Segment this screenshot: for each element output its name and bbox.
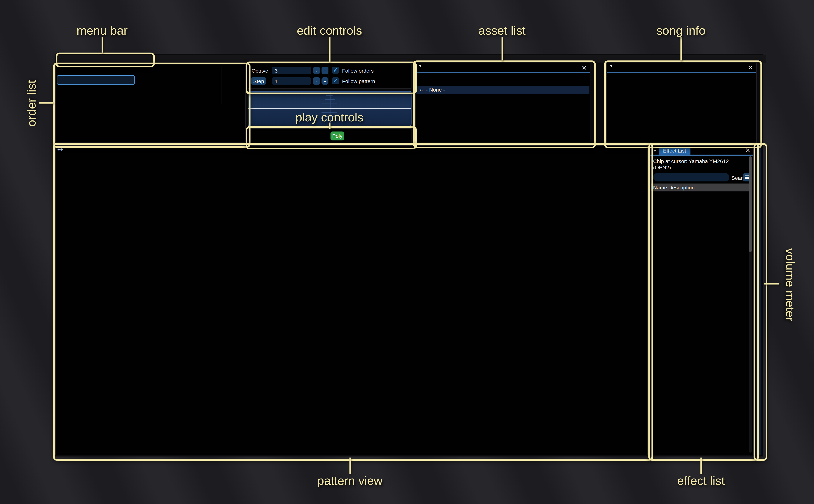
annotation-line-edit-controls — [329, 37, 330, 62]
annotation-pattern-view: pattern view — [317, 474, 382, 488]
effect-list-tabbar: ▼ Effect List — [651, 147, 691, 155]
song-info-tabbar: ▼ — [607, 64, 615, 68]
window-menu-icon[interactable]: ▼ — [653, 149, 657, 153]
annotation-effect-list: effect list — [677, 474, 725, 488]
annotation-song-info: song info — [656, 24, 706, 38]
screenshot-root: Octave 3 - + Step 1 - + ✓ Follow orders … — [0, 0, 814, 504]
pattern-corner-expand[interactable]: ++ — [57, 147, 63, 152]
asset-list-tabbar: ▼ — [416, 64, 424, 68]
scrollbar-thumb[interactable] — [749, 156, 752, 252]
annotation-edit-controls: edit controls — [297, 24, 362, 38]
octave-decrease-button[interactable]: - — [313, 67, 320, 74]
window-menu-icon[interactable]: ▼ — [609, 64, 613, 68]
order-list-selected-row[interactable] — [57, 75, 135, 84]
asset-list-item[interactable]: ○ - None - — [416, 86, 589, 94]
tab-effect-list[interactable]: Effect List — [659, 147, 690, 155]
effect-header-desc: Description — [668, 185, 695, 190]
annotation-line-menu-bar — [101, 37, 103, 53]
chip-at-cursor-line1: Chip at cursor: Yamaha YM2612 — [653, 158, 729, 164]
effect-table-header[interactable]: Name Description — [651, 183, 750, 191]
effect-list-scrollbar[interactable] — [749, 156, 752, 453]
annotation-line-pattern-view — [349, 458, 351, 474]
annotation-line-order-list — [39, 102, 53, 104]
annotation-menu-bar: menu bar — [76, 24, 128, 38]
annotation-volume-meter: volume meter — [783, 245, 797, 325]
edit-controls-window: Octave 3 - + Step 1 - + ✓ Follow orders … — [248, 64, 412, 89]
pattern-view-window: ++ — [55, 145, 648, 455]
play-controls-window: Poly — [248, 128, 412, 144]
asset-list-window: ▼ ✕ ○ - None - — [415, 63, 591, 143]
effect-search-input[interactable] — [653, 173, 729, 181]
oscilloscope-waveform — [248, 108, 411, 109]
tabbar-line — [607, 72, 756, 73]
edit-controls-divider — [328, 66, 328, 87]
asset-item-label: - None - — [426, 87, 445, 92]
step-input[interactable]: 1 — [272, 77, 311, 85]
tabbar-line — [416, 72, 590, 73]
step-decrease-button[interactable]: - — [313, 77, 320, 85]
effect-list-window: ▼ Effect List ✕ Chip at cursor: Yamaha Y… — [650, 145, 754, 455]
octave-input[interactable]: 3 — [272, 67, 311, 74]
annotation-asset-list: asset list — [479, 24, 526, 38]
follow-pattern-label: Follow pattern — [342, 78, 375, 84]
annotation-order-list: order list — [25, 76, 39, 131]
follow-orders-checkbox[interactable]: ✓ — [332, 67, 339, 74]
poly-button[interactable]: Poly — [330, 132, 344, 141]
octave-label: Octave — [252, 68, 268, 74]
annotation-line-asset-list — [502, 37, 503, 61]
close-icon[interactable]: ✕ — [745, 148, 750, 153]
step-increase-button[interactable]: + — [321, 77, 328, 85]
follow-pattern-checkbox[interactable]: ✓ — [332, 77, 339, 84]
chip-at-cursor-line2: (OPN2) — [653, 165, 671, 170]
check-icon: ✓ — [333, 67, 338, 74]
radio-icon: ○ — [420, 87, 423, 92]
tabbar-line — [651, 155, 753, 156]
menu-bar — [55, 55, 766, 63]
song-info-window: ▼ ✕ — [606, 63, 757, 143]
check-icon: ✓ — [333, 77, 338, 84]
annotation-play-controls: play controls — [295, 111, 363, 125]
annotation-line-effect-list — [700, 458, 702, 474]
follow-orders-label: Follow orders — [342, 68, 373, 74]
octave-increase-button[interactable]: + — [321, 67, 328, 74]
window-menu-icon[interactable]: ▼ — [419, 64, 422, 68]
step-button[interactable]: Step — [251, 77, 266, 85]
close-icon[interactable]: ✕ — [581, 65, 587, 71]
volume-meter — [756, 145, 761, 455]
order-list-window — [55, 65, 246, 143]
annotation-line-volume-meter — [764, 283, 779, 285]
annotation-line-song-info — [680, 37, 682, 61]
effect-header-name: Name — [653, 185, 667, 190]
order-list-divider — [221, 67, 222, 104]
close-icon[interactable]: ✕ — [748, 65, 753, 71]
